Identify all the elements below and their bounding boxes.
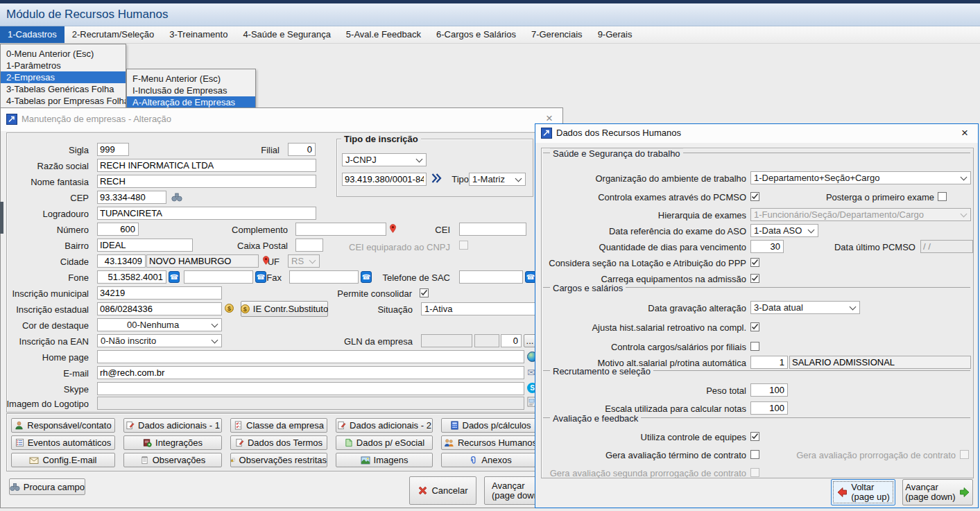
tipo-inscricao-select[interactable]: J-CNPJ bbox=[342, 153, 427, 166]
menu-item-menu-anterior[interactable]: 0-Menu Anterior (Esc) bbox=[1, 48, 126, 60]
tipo-matriz-select[interactable]: 1-Matriz bbox=[469, 173, 526, 186]
eventos-automaticos-button[interactable]: Eventos automáticos bbox=[11, 435, 115, 450]
window-titlebar[interactable]: Módulo de Recursos Humanos bbox=[0, 3, 980, 26]
cep-field[interactable] bbox=[97, 191, 166, 204]
map-pin-icon[interactable] bbox=[389, 223, 397, 234]
complemento-field[interactable] bbox=[295, 223, 386, 236]
dados-esocial-button[interactable]: Dados p/ eSocial bbox=[336, 435, 433, 450]
menu-gerenciais[interactable]: 7-Gerenciais bbox=[524, 26, 590, 43]
procura-campo-button[interactable]: Procura campo bbox=[9, 478, 85, 495]
bairro-field[interactable] bbox=[97, 239, 193, 252]
menu-aval-feedback[interactable]: 5-Aval.e Feedback bbox=[338, 26, 429, 43]
dados-adicionais-2-button[interactable]: Dados adicionais - 2 bbox=[336, 418, 433, 433]
menu-item-alteracao-empresas[interactable]: A-Alteração de Empresas bbox=[127, 96, 255, 108]
controle-equipes-checkbox[interactable] bbox=[750, 432, 759, 441]
inscricao-estadual-label: Inscrição estadual bbox=[16, 304, 89, 315]
data-gravacao-select[interactable]: 3-Data atual bbox=[750, 301, 860, 314]
recursos-humanos-button[interactable]: Recursos Humanos bbox=[441, 435, 540, 450]
nome-fantasia-field[interactable] bbox=[97, 175, 316, 188]
gln-label: GLN da empresa bbox=[344, 336, 413, 347]
fone-field[interactable] bbox=[97, 270, 166, 284]
menu-item-parametros[interactable]: 1-Parâmetros bbox=[1, 60, 126, 71]
menu-item-menu-anterior-f[interactable]: F-Menu Anterior (Esc) bbox=[127, 73, 255, 85]
responsavel-contato-button[interactable]: Responsável/contato bbox=[11, 418, 115, 433]
voltar-button[interactable]: Voltar(page up) bbox=[831, 479, 895, 505]
fone2-field[interactable] bbox=[184, 270, 253, 284]
receita-federal-icon[interactable] bbox=[431, 173, 442, 183]
menu-item-tabelas-por-empresas[interactable]: 4-Tabelas por Empresas Folha bbox=[1, 95, 126, 107]
escala-notas-field[interactable] bbox=[750, 401, 788, 415]
posterga-checkbox[interactable] bbox=[938, 192, 947, 201]
observacoes-button[interactable]: Observações bbox=[123, 453, 222, 467]
config-email-button[interactable]: Config.E-mail bbox=[11, 453, 115, 467]
cancel-x-icon bbox=[418, 485, 428, 496]
doc-pencil-icon bbox=[337, 421, 346, 430]
cei-equiparado-checkbox bbox=[459, 241, 468, 250]
phone-dial-icon[interactable]: ☎ bbox=[361, 271, 372, 283]
menu-item-empresas[interactable]: 2-Empresas bbox=[1, 71, 126, 83]
classe-empresa-button[interactable]: Classe da empresa bbox=[230, 418, 327, 433]
permite-consolidar-checkbox[interactable] bbox=[420, 288, 429, 297]
dialog-titlebar[interactable]: Manutenção de empresas - Alteração × bbox=[1, 108, 562, 131]
logradouro-field[interactable] bbox=[97, 207, 316, 220]
map-pin-icon[interactable] bbox=[262, 255, 270, 266]
menu-treinamento[interactable]: 3-Treinamento bbox=[162, 26, 235, 43]
skype-field[interactable] bbox=[97, 382, 524, 395]
phone-dial-icon[interactable]: ☎ bbox=[169, 271, 180, 283]
menu-recrutam-selecao[interactable]: 2-Recrutam/Seleção bbox=[65, 26, 162, 43]
considera-secao-checkbox[interactable] bbox=[750, 258, 759, 267]
fax-field[interactable] bbox=[289, 270, 359, 284]
carrega-equipamentos-checkbox[interactable] bbox=[750, 274, 759, 283]
dados-adicionais-1-button[interactable]: Dados adicionais - 1 bbox=[123, 418, 222, 433]
email-label: E-mail bbox=[63, 367, 89, 379]
avaliacao-termino-checkbox[interactable] bbox=[750, 450, 759, 459]
menu-item-inclusao-empresas[interactable]: I-Inclusão de Empresas bbox=[127, 85, 255, 96]
mail-icon[interactable]: ✉ bbox=[527, 367, 535, 377]
peso-total-field[interactable] bbox=[750, 383, 788, 397]
dados-termos-button[interactable]: Dados dos Termos bbox=[230, 435, 327, 450]
cor-destaque-select[interactable]: 00-Nenhuma bbox=[97, 318, 222, 331]
coin-icon[interactable]: $ bbox=[225, 304, 234, 313]
inscricao-municipal-field[interactable] bbox=[97, 286, 222, 300]
cancelar-button[interactable]: Cancelar bbox=[409, 476, 476, 505]
inscricao-ean-select[interactable]: 0-Não inscrito bbox=[97, 334, 222, 347]
anexos-button[interactable]: Anexos bbox=[441, 453, 540, 467]
ajusta-historico-checkbox[interactable] bbox=[750, 322, 759, 331]
binoculars-icon[interactable] bbox=[171, 193, 182, 202]
home-page-field[interactable] bbox=[97, 350, 524, 363]
observacoes-restritas-button[interactable]: Observações restritas bbox=[230, 453, 327, 467]
phone-dial-icon[interactable]: ☎ bbox=[255, 271, 266, 283]
inscricao-estadual-field[interactable] bbox=[97, 302, 222, 315]
numero-field[interactable] bbox=[97, 223, 139, 236]
gln-field-3[interactable] bbox=[501, 334, 522, 347]
motivo-codigo-field[interactable] bbox=[750, 356, 788, 369]
cidade-codigo-field[interactable] bbox=[97, 254, 146, 268]
telefone-sac-field[interactable] bbox=[459, 270, 523, 284]
integracoes-button[interactable]: Integrações bbox=[123, 435, 222, 450]
filial-field[interactable] bbox=[288, 143, 316, 156]
menu-saude-seguranca[interactable]: 4-Saúde e Segurança bbox=[235, 26, 338, 43]
razao-social-field[interactable] bbox=[97, 159, 316, 172]
controla-filiais-checkbox[interactable] bbox=[750, 342, 759, 351]
cnpj-field[interactable] bbox=[342, 173, 427, 186]
avancar-button[interactable]: Avançar(page down) bbox=[902, 479, 973, 505]
imagens-button[interactable]: Imagens bbox=[336, 453, 433, 467]
quantidade-dias-field[interactable] bbox=[750, 240, 784, 253]
dados-calculos-button[interactable]: Dados p/cálculos bbox=[441, 418, 540, 433]
menu-item-tabelas-genericas[interactable]: 3-Tabelas Genéricas Folha bbox=[1, 83, 126, 95]
organizacao-select[interactable]: 1-Departamento+Seção+Cargo bbox=[750, 171, 971, 184]
menu-gerais[interactable]: 9-Gerais bbox=[590, 26, 640, 43]
data-referencia-select[interactable]: 1-Data ASO bbox=[750, 224, 818, 237]
caixa-postal-field[interactable] bbox=[295, 239, 323, 252]
menu-cargos-salarios[interactable]: 6-Cargos e Salários bbox=[429, 26, 524, 43]
ie-contr-substituto-button[interactable]: $ IE Contr.Substituto bbox=[241, 301, 328, 317]
menu-cadastros[interactable]: 1-Cadastros bbox=[0, 26, 65, 43]
cei-field[interactable] bbox=[459, 223, 526, 236]
dialog-titlebar[interactable]: Dados dos Recursos Humanos × bbox=[535, 124, 978, 143]
controla-pcmso-checkbox[interactable] bbox=[750, 192, 759, 201]
close-icon[interactable]: × bbox=[957, 125, 972, 141]
email-field[interactable] bbox=[97, 366, 524, 379]
image-icon bbox=[361, 456, 370, 465]
sigla-field[interactable] bbox=[97, 143, 129, 156]
binoculars-icon bbox=[10, 483, 20, 492]
